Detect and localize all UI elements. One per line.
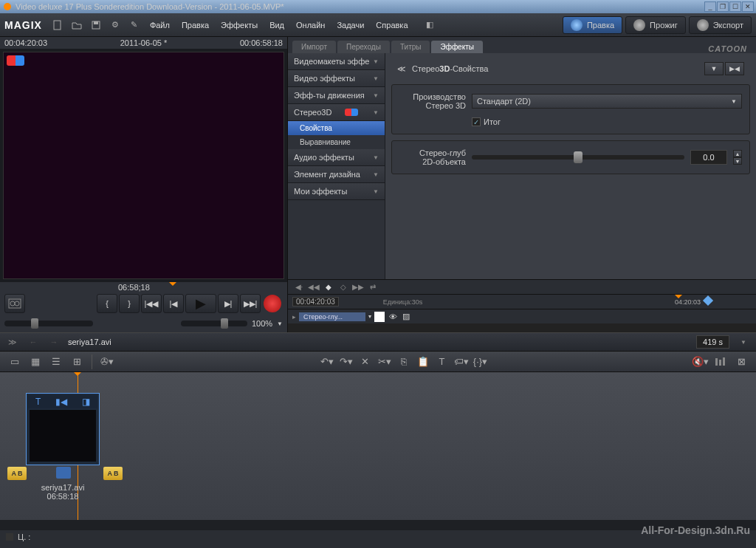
- dur-dropdown-icon[interactable]: ▼: [737, 339, 750, 346]
- view-list-icon[interactable]: ☰: [47, 354, 65, 370]
- spinner-up[interactable]: ▲: [733, 150, 742, 157]
- kf-add-icon[interactable]: ◇: [338, 282, 348, 292]
- fxsub-alignment[interactable]: Выравнивание: [288, 135, 385, 149]
- preview-viewport[interactable]: [3, 52, 284, 279]
- ab-marker-end[interactable]: A B: [103, 467, 123, 480]
- tag-icon[interactable]: 🏷▾: [453, 354, 470, 370]
- film-icon[interactable]: [4, 294, 25, 313]
- zoom-dropdown-icon[interactable]: ▼: [277, 321, 283, 327]
- paste-icon[interactable]: 📋: [414, 354, 432, 370]
- menu-view[interactable]: Вид: [264, 21, 290, 30]
- redo-icon[interactable]: ↷▾: [337, 354, 355, 370]
- spinner-down[interactable]: ▼: [733, 157, 742, 165]
- tab-effects[interactable]: Эффекты: [431, 41, 482, 53]
- mixer-icon[interactable]: [712, 354, 729, 370]
- open-file-icon[interactable]: [67, 16, 86, 34]
- mode-burn-button[interactable]: Прожиг: [625, 16, 686, 34]
- back-icon[interactable]: ≪: [397, 64, 406, 74]
- mark-out-button[interactable]: }: [119, 294, 140, 313]
- kf-scrollbar[interactable]: [288, 323, 756, 332]
- collapse-icon[interactable]: ≫: [6, 338, 19, 347]
- delete-icon[interactable]: ✕: [357, 354, 374, 370]
- menu-file[interactable]: Файл: [144, 21, 176, 30]
- kf-expand-icon[interactable]: ▸: [292, 313, 296, 321]
- menu-tasks[interactable]: Задачи: [331, 21, 370, 30]
- mode-edit-button[interactable]: Правка: [563, 16, 622, 34]
- text-icon[interactable]: T: [433, 354, 451, 370]
- menu-help[interactable]: Справка: [370, 21, 413, 30]
- kf-track-dropdown[interactable]: ▾: [368, 313, 371, 320]
- clip-flag-icon[interactable]: ▮◀: [55, 397, 67, 407]
- timeline-clip[interactable]: T ▮◀ ◨: [26, 393, 100, 465]
- timeline[interactable]: T ▮◀ ◨ A B A B seriya17.avi 06:58:18: [0, 372, 756, 520]
- depth-value[interactable]: 0.0: [690, 150, 727, 165]
- fxcat-stereo3d[interactable]: Стерео3D▼: [288, 104, 385, 121]
- kf-color-swatch[interactable]: [374, 312, 385, 322]
- fxcat-video[interactable]: Видео эффекты▼: [288, 70, 385, 87]
- nav-down-button[interactable]: ▼: [704, 62, 724, 75]
- nav-fwd-icon[interactable]: →: [47, 338, 61, 346]
- save-icon[interactable]: [86, 16, 106, 34]
- menu-edit[interactable]: Правка: [176, 21, 215, 30]
- next-frame-button[interactable]: ▶|: [218, 294, 238, 313]
- window-maximize-button[interactable]: ☐: [729, 1, 741, 12]
- mark-in-button[interactable]: {: [97, 294, 117, 313]
- tab-titles[interactable]: Титры: [391, 41, 430, 53]
- help-extra-icon[interactable]: ◧: [420, 16, 439, 34]
- clip-title-icon[interactable]: T: [35, 397, 41, 407]
- goto-start-button[interactable]: |◀◀: [141, 294, 162, 313]
- group-icon[interactable]: {·}▾: [472, 354, 489, 370]
- ab-marker-start[interactable]: A B: [7, 467, 27, 480]
- wand-icon[interactable]: ✎: [125, 16, 144, 34]
- nav-back-icon[interactable]: ←: [27, 338, 40, 346]
- window-close-button[interactable]: ✕: [742, 1, 754, 12]
- nav-extent-button[interactable]: ▶◀: [725, 62, 744, 75]
- new-file-icon[interactable]: [48, 16, 67, 34]
- undo-icon[interactable]: ↶▾: [318, 354, 336, 370]
- cut-icon[interactable]: ✂▾: [376, 354, 394, 370]
- volume-slider[interactable]: [4, 321, 93, 326]
- tab-transitions[interactable]: Переходы: [337, 41, 390, 53]
- settings-icon[interactable]: ⚙: [106, 16, 125, 34]
- fxcat-audio[interactable]: Аудио эффекты▼: [288, 149, 385, 166]
- fxsub-properties[interactable]: Свойства: [288, 121, 385, 135]
- view-scene-icon[interactable]: ⊞: [68, 354, 86, 370]
- kf-timecode[interactable]: 00:04:20:03: [292, 297, 339, 306]
- view-single-icon[interactable]: ▭: [6, 354, 24, 370]
- depth-slider[interactable]: [472, 155, 684, 160]
- kf-extra-icon[interactable]: ▨: [401, 312, 411, 322]
- record-button[interactable]: [262, 294, 283, 313]
- production-select[interactable]: Стандарт (2D)▼: [472, 94, 742, 109]
- keyframe-ruler[interactable]: 00:04:20:03 Единица:30s 04:20:03: [288, 294, 756, 309]
- fxcat-myfx[interactable]: Мои эффекты▼: [288, 183, 385, 200]
- kf-prev-diamond-icon[interactable]: ◀◀: [309, 282, 319, 292]
- fxcat-templates[interactable]: Видеомакеты эффе▼: [288, 53, 385, 70]
- kf-diamond-icon[interactable]: ◆: [323, 282, 334, 292]
- window-minimize-button[interactable]: _: [704, 1, 716, 12]
- tab-import[interactable]: Импорт: [292, 41, 336, 53]
- menu-online[interactable]: Онлайн: [290, 21, 331, 30]
- view-grid-icon[interactable]: ▦: [27, 354, 44, 370]
- kf-next-diamond-icon[interactable]: ▶▶: [353, 282, 363, 292]
- zoom-slider[interactable]: [181, 321, 247, 326]
- copy-icon[interactable]: ⎘: [395, 354, 413, 370]
- mode-export-button[interactable]: Экспорт: [689, 16, 752, 34]
- kf-diamond-marker[interactable]: [703, 295, 713, 306]
- tool-close-icon[interactable]: ⊠: [732, 354, 750, 370]
- clip-fx-icon[interactable]: ◨: [82, 397, 90, 407]
- fxcat-motion[interactable]: Эфф-ты движения▼: [288, 87, 385, 104]
- goto-end-button[interactable]: ▶▶|: [240, 294, 261, 313]
- menu-effects[interactable]: Эффекты: [215, 21, 264, 30]
- final-checkbox[interactable]: ✓Итог: [472, 117, 742, 126]
- prev-frame-button[interactable]: |◀: [163, 294, 184, 313]
- window-restore-button[interactable]: ❐: [717, 1, 729, 12]
- kf-beginning-icon[interactable]: ◀·: [294, 282, 304, 292]
- fxcat-design[interactable]: Элемент дизайна▼: [288, 166, 385, 183]
- eye-icon[interactable]: 👁: [388, 312, 398, 322]
- play-button[interactable]: ▶: [185, 294, 216, 313]
- kf-track-clip[interactable]: Стерео-глу...: [299, 312, 365, 321]
- kf-copy-icon[interactable]: ⇄: [368, 282, 378, 292]
- reel-icon[interactable]: ✇▾: [98, 354, 116, 370]
- mute-icon[interactable]: 🔇▾: [691, 354, 709, 370]
- preview-ruler[interactable]: 06:58;18: [0, 282, 287, 292]
